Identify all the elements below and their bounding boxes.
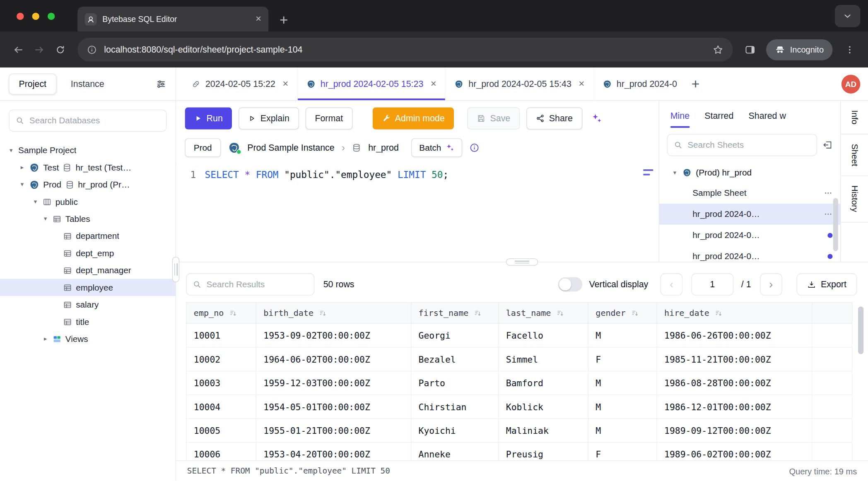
tab-sheet[interactable]: Sheet: [841, 135, 868, 176]
tree-item-prod-database[interactable]: ▾ Prod hr_prod (Pr…: [0, 176, 176, 193]
more-menu-icon[interactable]: [824, 189, 832, 197]
caret-down-icon[interactable]: ▾: [671, 170, 678, 176]
sheet-tab-4[interactable]: hr_prod 2024-0: [594, 67, 686, 100]
next-page-button[interactable]: ›: [760, 273, 782, 295]
tab-shared[interactable]: Shared w: [748, 101, 786, 132]
batch-button[interactable]: Batch: [412, 138, 462, 157]
sort-icon[interactable]: [557, 309, 564, 317]
sort-icon[interactable]: [229, 309, 237, 317]
environment-badge[interactable]: Prod: [185, 138, 221, 157]
sql-code[interactable]: SELECT * FROM "public"."employee" LIMIT …: [205, 167, 449, 262]
site-info-icon[interactable]: [87, 45, 97, 55]
address-bar[interactable]: localhost:8080/sql-editor/sheet/project-…: [77, 38, 733, 61]
browser-menu-button[interactable]: [839, 39, 860, 60]
tab-list-button[interactable]: [835, 5, 860, 27]
sort-icon[interactable]: [715, 309, 723, 317]
sheet-scrollbar[interactable]: [833, 198, 838, 251]
new-sheet-button[interactable]: +: [686, 67, 705, 100]
sheet-search-input[interactable]: [687, 140, 810, 150]
column-header-gender[interactable]: gender: [588, 303, 657, 324]
window-minimize-button[interactable]: [32, 13, 39, 20]
save-button[interactable]: Save: [468, 107, 520, 129]
sql-editor[interactable]: 1 SELECT * FROM "public"."employee" LIMI…: [176, 164, 659, 262]
splitter-handle[interactable]: [506, 258, 538, 265]
forward-button[interactable]: [29, 39, 50, 60]
close-icon[interactable]: ×: [282, 78, 288, 89]
window-close-button[interactable]: [17, 13, 24, 20]
tree-item-project[interactable]: ▾ Sample Project: [0, 142, 176, 159]
tree-item-table-title[interactable]: title: [0, 313, 176, 330]
tab-mine[interactable]: Mine: [670, 101, 690, 132]
user-avatar[interactable]: AD: [841, 75, 860, 93]
sheet-item-current[interactable]: hr_prod 2024-0…: [659, 204, 840, 225]
tree-settings-button[interactable]: [156, 78, 167, 89]
caret-right-icon[interactable]: ▸: [42, 336, 49, 342]
ai-assistant-icon[interactable]: [589, 113, 604, 124]
reload-button[interactable]: [50, 39, 71, 60]
column-header-hire-date[interactable]: hire_date: [657, 303, 812, 324]
tree-item-views-group[interactable]: ▸ Views: [0, 330, 176, 347]
run-button[interactable]: Run: [185, 107, 232, 129]
sheet-tab-2-active[interactable]: hr_prod 2024-02-05 15:23 ×: [298, 67, 446, 100]
tree-item-table-salary[interactable]: salary: [0, 296, 176, 313]
sheet-item-unsaved[interactable]: hr_prod 2024-0…: [659, 246, 840, 262]
sheet-item-unsaved[interactable]: hr_prod 2024-0…: [659, 225, 840, 246]
tab-close-icon[interactable]: ×: [256, 13, 261, 25]
sheet-tab-1[interactable]: 2024-02-05 15:22 ×: [183, 67, 298, 100]
database-search-input[interactable]: [29, 115, 160, 125]
format-button[interactable]: Format: [306, 107, 352, 129]
column-header-last-name[interactable]: last_name: [499, 303, 588, 324]
tree-item-tables-group[interactable]: ▾ Tables: [0, 210, 176, 227]
sheet-group[interactable]: ▾ (Prod) hr_prod: [659, 163, 840, 183]
tree-item-test-database[interactable]: ▸ Test hr_test (Test…: [0, 159, 176, 176]
bookmark-star-icon[interactable]: [713, 44, 724, 55]
url-text[interactable]: localhost:8080/sql-editor/sheet/project-…: [104, 45, 705, 55]
vertical-display-toggle[interactable]: [558, 277, 583, 292]
back-button[interactable]: [8, 39, 29, 60]
tab-project[interactable]: Project: [9, 73, 56, 94]
sort-icon[interactable]: [474, 309, 482, 317]
browser-tab[interactable]: Bytebase SQL Editor ×: [77, 7, 268, 31]
caret-down-icon[interactable]: ▾: [8, 147, 14, 154]
tab-history[interactable]: History: [841, 176, 868, 222]
prev-page-button[interactable]: ‹: [661, 273, 682, 295]
more-menu-icon[interactable]: [824, 210, 832, 219]
column-header-birth-date[interactable]: birth_date: [256, 303, 411, 324]
side-panel-button[interactable]: [740, 39, 761, 60]
database-name[interactable]: hr_prod: [368, 143, 399, 153]
results-scrollbar[interactable]: [858, 307, 863, 354]
info-icon[interactable]: [470, 143, 480, 153]
close-icon[interactable]: ×: [431, 78, 436, 89]
tab-instance[interactable]: Instance: [71, 79, 104, 89]
column-header-first-name[interactable]: first_name: [411, 303, 499, 324]
new-tab-button[interactable]: +: [280, 13, 288, 27]
page-number-input[interactable]: [692, 273, 734, 295]
sort-icon[interactable]: [319, 309, 327, 317]
tab-info[interactable]: Info: [841, 101, 868, 134]
instance-name[interactable]: Prod Sample Instance: [247, 143, 334, 153]
caret-down-icon[interactable]: ▾: [32, 199, 39, 205]
horizontal-splitter[interactable]: [176, 262, 868, 267]
caret-right-icon[interactable]: ▸: [19, 164, 25, 171]
tree-item-table-dept-manager[interactable]: dept_manager: [0, 262, 176, 279]
sheet-tab-3[interactable]: hr_prod 2024-02-05 15:43 ×: [446, 67, 593, 100]
tree-item-table-department[interactable]: department: [0, 227, 176, 244]
close-icon[interactable]: ×: [579, 78, 584, 89]
sheet-item-sample[interactable]: Sample Sheet: [659, 183, 840, 204]
results-search-input[interactable]: [207, 279, 308, 289]
share-button[interactable]: Share: [526, 107, 582, 129]
window-zoom-button[interactable]: [48, 13, 55, 20]
tab-starred[interactable]: Starred: [704, 101, 733, 132]
explain-button[interactable]: Explain: [239, 107, 299, 129]
caret-down-icon[interactable]: ▾: [42, 216, 49, 222]
tree-item-table-dept-emp[interactable]: dept_emp: [0, 245, 176, 262]
sidebar-resize-handle[interactable]: [172, 257, 179, 282]
sort-icon[interactable]: [631, 309, 639, 317]
export-button[interactable]: Export: [796, 273, 857, 295]
admin-mode-button[interactable]: Admin mode: [372, 107, 454, 129]
tree-item-table-employee-selected[interactable]: employee: [0, 279, 176, 296]
caret-down-icon[interactable]: ▾: [19, 181, 25, 188]
collapse-panel-icon[interactable]: [822, 140, 832, 150]
column-header-emp-no[interactable]: emp_no: [186, 303, 256, 324]
tree-item-schema-public[interactable]: ▾ public: [0, 193, 176, 210]
